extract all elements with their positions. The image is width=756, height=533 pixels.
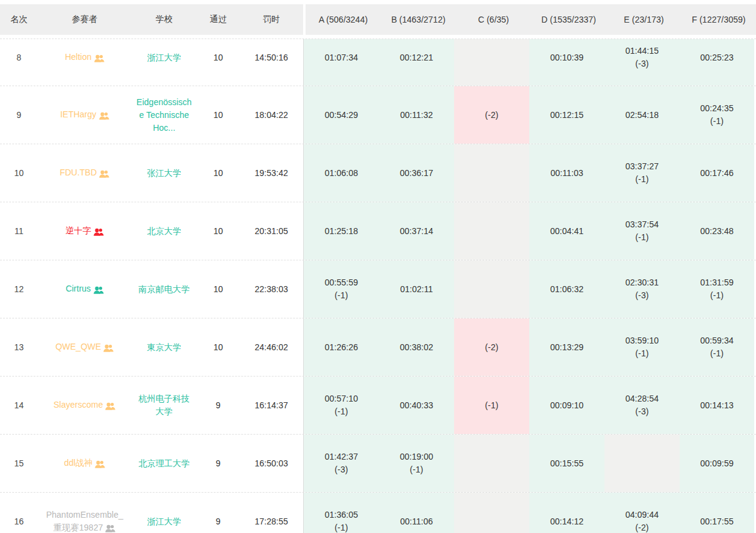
participant-name[interactable]: ddl战神: [64, 457, 106, 470]
solve-time: 00:11:32: [400, 109, 433, 122]
problem-result-cell: 01:25:18: [304, 202, 379, 260]
table-row: 14 Slayerscome 杭州电子科技大学 9 16:14:37 00:57…: [0, 376, 756, 434]
participant-cell: PhantomEnsemble_重现赛19827: [38, 493, 131, 533]
penalty-tries: (-1): [636, 347, 649, 360]
rank-cell: 9: [0, 86, 38, 144]
solved-count-cell: 10: [197, 260, 240, 318]
participant-cell: QWE_QWE: [38, 318, 131, 376]
solve-time: 01:31:59: [700, 276, 734, 289]
problem-result-cell: 00:14:12: [529, 493, 604, 533]
problem-cells: 01:25:1800:37:1400:04:4103:37:54(-1)00:2…: [303, 202, 754, 260]
participant-name[interactable]: PhantomEnsemble_重现赛19827: [44, 509, 125, 533]
problem-cells: 00:54:2900:11:32(-2)00:12:1502:54:1800:2…: [303, 86, 754, 144]
problem-header-a[interactable]: A (506/3244): [306, 4, 381, 35]
problem-result-cell: 00:11:32: [379, 86, 454, 144]
problem-result-cell: 03:37:27(-1): [604, 144, 680, 202]
table-body: 8 Heltion 浙江大学 10 14:50:16 01:07:3400:12…: [0, 39, 756, 533]
problem-result-cell: 03:37:54(-1): [604, 202, 680, 260]
penalty-tries: (-1): [335, 405, 348, 418]
participant-cell: ddl战神: [38, 435, 131, 492]
problem-result-cell: [454, 202, 529, 260]
participant-name[interactable]: Heltion: [65, 51, 105, 64]
solve-time: 02:54:18: [625, 109, 659, 122]
penalty-tries: (-1): [710, 289, 724, 302]
table-row: 12 Cirtrus 南京邮电大学 10 22:38:03 00:55:59(-…: [0, 260, 756, 318]
solve-time: 00:17:46: [700, 167, 734, 180]
school-cell: 杭州电子科技大学: [131, 377, 197, 434]
problem-header-b[interactable]: B (1463/2712): [381, 4, 456, 35]
school-cell: 浙江大学: [131, 39, 197, 86]
solved-count-cell: 10: [197, 39, 240, 86]
problem-result-cell: 00:57:10(-1): [304, 377, 379, 434]
problem-header-f[interactable]: F (1227/3059): [681, 4, 756, 35]
penalty-tries: (-1): [710, 347, 724, 360]
solve-time: 00:12:21: [400, 51, 433, 64]
participant-name[interactable]: IETHargy: [60, 108, 109, 122]
participant-name[interactable]: Slayerscome: [54, 399, 116, 412]
participant-name[interactable]: QWE_QWE: [56, 340, 114, 354]
penalty-time-cell: 16:14:37: [240, 377, 303, 434]
solve-time: 00:36:17: [400, 167, 433, 180]
school-cell: 東京大学: [131, 318, 197, 376]
solve-time: 01:36:05: [325, 509, 358, 521]
penalty-time-cell: 22:38:03: [240, 260, 303, 318]
problem-result-cell: 00:13:29: [529, 318, 604, 376]
problem-result-cell: 01:02:11: [379, 260, 454, 318]
table-row: 16 PhantomEnsemble_重现赛19827 浙江大学 9 17:28…: [0, 492, 756, 533]
solve-time: 00:09:10: [550, 399, 584, 412]
solve-time: 01:44:15: [625, 45, 659, 57]
col-header-penalty: 罚时: [240, 4, 303, 35]
problem-result-cell: (-1): [454, 377, 529, 434]
problem-result-cell: 04:28:54(-3): [604, 377, 680, 434]
solve-time: 03:37:27: [625, 160, 659, 173]
penalty-tries: (-1): [710, 115, 724, 128]
problem-header-c[interactable]: C (6/35): [456, 4, 531, 35]
problem-result-cell: (-2): [454, 318, 529, 376]
problem-result-cell: 00:38:02: [379, 318, 454, 376]
participant-name[interactable]: Cirtrus: [65, 282, 103, 296]
problem-result-cell: 00:23:48: [680, 202, 754, 260]
problem-result-cell: 00:15:55: [529, 435, 604, 492]
solve-time: 00:11:06: [400, 515, 433, 528]
problem-header-e[interactable]: E (23/173): [606, 4, 681, 35]
problem-result-cell: [454, 435, 529, 492]
school-cell: 南京邮电大学: [131, 260, 197, 318]
solve-time: 00:11:03: [551, 167, 583, 180]
problem-cells: 00:55:59(-1)01:02:1101:06:3202:30:31(-3)…: [303, 260, 754, 318]
participant-cell: IETHargy: [38, 86, 131, 144]
solve-time: 01:26:26: [325, 341, 358, 354]
penalty-tries: (-3): [636, 289, 649, 302]
problem-result-cell: 01:26:26: [304, 318, 379, 376]
solved-count-cell: 10: [197, 86, 240, 144]
users-icon: [94, 51, 105, 64]
solve-time: 00:13:29: [550, 341, 584, 354]
solve-time: 00:55:59: [325, 276, 358, 289]
problem-result-cell: 00:36:17: [379, 144, 454, 202]
problem-result-cell: 00:17:55: [680, 493, 754, 533]
problem-cells: 01:42:37(-3)00:19:00(-1)00:15:5500:09:59: [303, 435, 754, 492]
problem-result-cell: 00:11:03: [529, 144, 604, 202]
participant-cell: Slayerscome: [38, 377, 131, 434]
solve-time: 00:38:02: [400, 341, 433, 354]
solve-time: 00:57:10: [325, 392, 358, 405]
solve-time: 00:04:41: [550, 225, 584, 238]
problem-cells: 01:26:2600:38:02(-2)00:13:2903:59:10(-1)…: [303, 318, 754, 376]
problem-header-d[interactable]: D (1535/2337): [531, 4, 606, 35]
rank-cell: 16: [0, 493, 38, 533]
rank-cell: 14: [0, 377, 38, 434]
problem-result-cell: 00:04:41: [529, 202, 604, 260]
solve-time: 01:06:32: [550, 283, 584, 296]
participant-name[interactable]: FDU.TBD: [60, 166, 110, 180]
problem-result-cell: [454, 39, 529, 86]
rank-cell: 11: [0, 202, 38, 260]
problem-result-cell: 01:06:32: [529, 260, 604, 318]
solve-time: 00:37:14: [400, 225, 433, 238]
solve-time: 00:25:23: [700, 51, 734, 64]
penalty-tries: (-3): [636, 405, 649, 418]
solve-time: 00:54:29: [325, 109, 358, 122]
problem-result-cell: 00:40:33: [379, 377, 454, 434]
participant-name[interactable]: 逆十字: [65, 224, 104, 238]
solve-time: 04:09:44: [625, 509, 659, 521]
rank-cell: 10: [0, 144, 38, 202]
school-cell: 北京理工大学: [131, 435, 197, 492]
